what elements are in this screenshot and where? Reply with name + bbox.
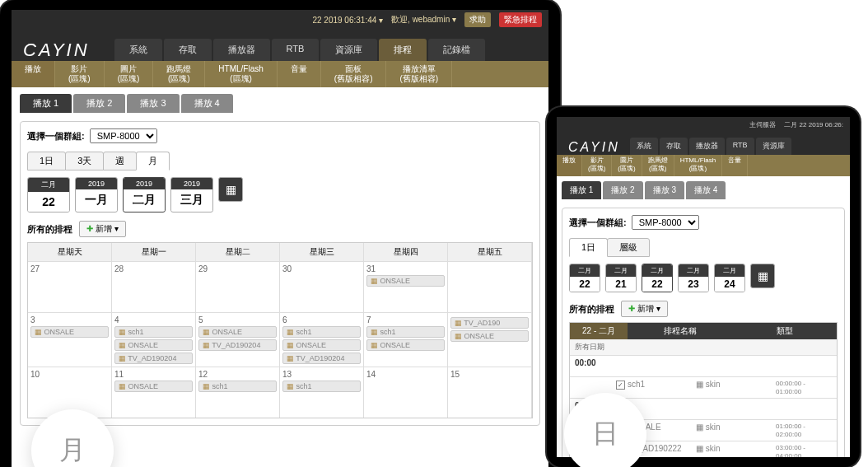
nav-tab[interactable]: RTB [272,39,320,61]
play-tab[interactable]: 播放 4 [686,181,726,199]
subnav-item[interactable]: 音量 [278,61,321,87]
subnav-item[interactable]: 影片(區塊) [582,155,612,176]
emergency-button[interactable]: 緊急排程 [499,12,542,27]
date-card[interactable]: 二月23 [678,264,709,292]
subnav-item[interactable]: HTML/Flash(區塊) [205,61,277,87]
calendar-icon[interactable]: ▦ [218,177,243,202]
calendar-cell[interactable]: 6sch1ONSALETV_AD190204 [280,313,364,367]
date-card[interactable]: 2019一月 [75,177,118,212]
weekday-header: 星期二 [196,243,280,261]
play-tab[interactable]: 播放 2 [603,181,642,199]
col-name: 排程名稱 [628,323,732,339]
nav-tab[interactable]: 播放器 [689,138,725,155]
help-button[interactable]: 求助 [464,12,491,27]
header-row: CAYIN 系統存取播放器RTB資源庫排程記錄檔 [12,30,548,61]
event-chip[interactable]: ONSALE [450,330,529,342]
calendar-cell[interactable]: 28 [112,262,196,312]
calendar-cell[interactable]: 29 [196,262,280,312]
date-card[interactable]: 2019二月 [123,177,166,212]
event-chip[interactable]: sch1 [282,326,361,338]
subnav-item[interactable]: HTML/Flash(區塊) [674,155,723,176]
subnav-item[interactable]: 面板(舊版相容) [321,61,387,87]
add-button[interactable]: 新增 ▾ [79,221,126,237]
event-chip[interactable]: ONSALE [366,275,445,287]
day-row[interactable]: 00:00 [570,355,837,376]
subnav-item[interactable]: 音量 [722,155,748,176]
view-tab[interactable]: 月 [136,152,170,170]
nav-tab[interactable]: 資源庫 [320,39,377,61]
event-chip[interactable]: ONSALE [366,339,445,351]
subnav-item[interactable]: 圖片(區塊) [612,155,642,176]
event-chip[interactable]: ONSALE [114,381,193,392]
event-chip[interactable]: TV_AD190204 [282,353,361,364]
view-tab[interactable]: 1日 [27,152,66,170]
event-chip[interactable]: TV_AD190204 [198,339,277,351]
date-card[interactable]: 二月22 [569,264,600,292]
subnav-item[interactable]: 影片(區塊) [55,61,105,87]
date-card[interactable]: 二月22 [27,177,70,212]
view-tab[interactable]: 週 [103,152,137,170]
event-chip[interactable]: ONSALE [198,326,277,338]
date-card[interactable]: 二月21 [605,264,637,292]
calendar-cell[interactable]: 4sch1ONSALETV_AD190204 [112,313,196,367]
view-tab[interactable]: 1日 [569,238,608,257]
calendar-cell[interactable]: 15 [448,367,532,418]
calendar-cell[interactable]: 3ONSALE [28,313,112,367]
datetime[interactable]: 22 2019 06:31:44 ▾ [312,16,383,25]
nav-tab[interactable]: 記錄檔 [428,39,485,61]
subnav-item[interactable]: 播放 [12,61,55,87]
nav-tab[interactable]: 資源庫 [756,138,791,155]
calendar-cell[interactable] [448,262,532,312]
event-chip[interactable]: ONSALE [30,326,109,338]
subnav-item[interactable]: 播放 [557,155,582,176]
calendar-cell[interactable]: 14 [364,367,448,418]
nav-tab[interactable]: 播放器 [213,39,270,61]
play-tab[interactable]: 播放 3 [645,181,684,199]
t-group-select[interactable]: SMP-8000 [632,215,699,230]
welcome-user[interactable]: 歡迎, webadmin ▾ [391,14,456,26]
checkbox-icon[interactable]: ✓ [616,381,625,390]
calendar-cell[interactable]: TV_AD190ONSALE [448,313,532,367]
event-chip[interactable]: sch1 [198,381,277,392]
event-chip[interactable]: sch1 [366,326,445,338]
event-chip[interactable]: TV_AD190204 [114,353,193,364]
calendar-cell[interactable]: 30 [280,262,364,312]
calendar-icon[interactable]: ▦ [750,264,775,288]
calendar-cell[interactable]: 13sch1 [280,367,364,418]
date-card[interactable]: 二月24 [714,264,745,292]
subnav-item[interactable]: 跑馬燈(區塊) [642,155,674,176]
t-group-row: 選擇一個群組: SMP-8000 [569,215,838,230]
event-chip[interactable]: ONSALE [114,339,193,351]
play-tab[interactable]: 播放 4 [181,94,233,113]
subnav-item[interactable]: 播放清單(舊版相容) [386,61,452,87]
subnav-item[interactable]: 跑馬燈(區塊) [153,61,205,87]
play-tab[interactable]: 播放 2 [73,94,125,113]
nav-tab[interactable]: 存取 [164,39,212,61]
event-chip[interactable]: TV_AD190 [450,317,529,329]
subnav-item[interactable]: 圖片(區塊) [105,61,154,87]
event-chip[interactable]: sch1 [282,381,361,392]
calendar-cell[interactable]: 5ONSALETV_AD190204 [196,313,280,367]
calendar-cell[interactable]: 27 [28,262,112,312]
view-tab[interactable]: 層級 [607,238,650,257]
group-select[interactable]: SMP-8000 [90,128,157,143]
event-chip[interactable]: sch1 [114,326,193,338]
play-tab[interactable]: 播放 3 [127,94,179,113]
nav-tab[interactable]: 存取 [660,138,688,155]
calendar-cell[interactable]: 12sch1 [196,367,280,418]
event-chip[interactable]: ONSALE [282,339,361,351]
play-tab[interactable]: 播放 1 [20,94,72,113]
calendar-cell[interactable]: 7sch1ONSALE [364,313,448,367]
date-card[interactable]: 2019三月 [170,177,213,212]
nav-tab[interactable]: 排程 [379,39,427,61]
calendar-cell[interactable]: 31ONSALE [364,262,448,312]
view-tab[interactable]: 3天 [65,152,104,170]
date-card[interactable]: 二月22 [642,264,673,292]
nav-tab[interactable]: 系統 [114,39,162,61]
play-tab[interactable]: 播放 1 [562,181,601,199]
t-add-button[interactable]: 新增 ▾ [621,301,668,317]
nav-tab[interactable]: RTB [726,138,754,155]
nav-tab[interactable]: 系統 [630,138,658,155]
calendar-cell[interactable]: 11ONSALE [112,367,196,418]
t-toolbar: 所有的排程 新增 ▾ [569,301,838,317]
